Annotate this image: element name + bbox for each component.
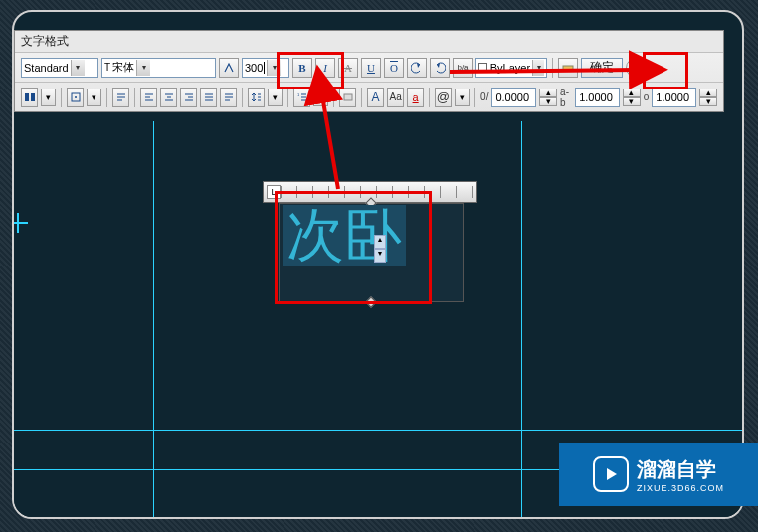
chevron-down-icon: ▾ bbox=[267, 60, 281, 76]
color-value: ByLayer bbox=[490, 62, 530, 74]
panel-title: 文字格式 bbox=[15, 31, 723, 52]
font-value: 宋体 bbox=[112, 60, 134, 75]
column-handles: ▲ ▼ bbox=[374, 235, 386, 263]
redo-button[interactable] bbox=[430, 58, 450, 78]
ruler-ticks bbox=[281, 186, 476, 198]
ruler-icon bbox=[562, 62, 574, 74]
guide-line-v bbox=[153, 121, 154, 517]
line-spacing-icon bbox=[250, 91, 262, 103]
width-factor-value: 1.0000 bbox=[656, 91, 689, 103]
symbol-button[interactable]: @ bbox=[435, 88, 452, 107]
insert-field-button[interactable] bbox=[339, 88, 356, 107]
text-style-dropdown[interactable]: Standard ▾ bbox=[21, 58, 98, 78]
lowercase-button[interactable]: a bbox=[407, 88, 424, 107]
align-right-button[interactable] bbox=[180, 88, 197, 107]
chevron-down-icon: ▾ bbox=[71, 60, 85, 76]
watermark-text: 溜溜自学 ZIXUE.3D66.COM bbox=[637, 456, 724, 493]
undo-icon bbox=[411, 62, 423, 74]
svg-rect-7 bbox=[344, 94, 352, 100]
ok-button[interactable]: 确定 bbox=[581, 58, 623, 78]
arrow-up-icon[interactable]: ▲ bbox=[374, 235, 386, 249]
line-spacing-button[interactable] bbox=[248, 88, 265, 107]
undo-button[interactable] bbox=[407, 58, 427, 78]
oblique-label: 0/ bbox=[480, 91, 488, 102]
resize-handle[interactable] bbox=[365, 296, 376, 307]
bold-button[interactable]: B bbox=[292, 58, 312, 78]
svg-rect-2 bbox=[25, 93, 29, 101]
toolbar-row-1: Standard ▾ T 宋体 ▾ 300 ▾ B I A U O bbox=[15, 52, 723, 82]
text-style-value: Standard bbox=[24, 62, 69, 74]
ruler-button[interactable] bbox=[558, 58, 578, 78]
paragraph-button[interactable] bbox=[112, 88, 129, 107]
numbering-button[interactable]: 1 bbox=[293, 88, 310, 107]
paragraph-icon bbox=[115, 91, 127, 103]
cursor-crosshair-icon bbox=[12, 213, 28, 233]
color-dropdown[interactable]: ByLayer ▾ bbox=[475, 58, 547, 78]
strikethrough-button[interactable]: A bbox=[338, 58, 358, 78]
watermark-badge: 溜溜自学 ZIXUE.3D66.COM bbox=[559, 443, 758, 506]
spinner-down[interactable]: ▾ bbox=[623, 97, 641, 106]
align-justify-icon bbox=[203, 91, 215, 103]
spinner-down[interactable]: ▾ bbox=[699, 97, 717, 106]
dropdown-arrow[interactable]: ▾ bbox=[455, 89, 470, 106]
chevron-down-icon: ▾ bbox=[136, 60, 150, 76]
tracking-value: 1.0000 bbox=[579, 91, 613, 103]
distribute-button[interactable] bbox=[220, 88, 237, 107]
oblique-value: 0.0000 bbox=[495, 91, 529, 103]
spinner-down[interactable]: ▾ bbox=[539, 97, 557, 106]
separator bbox=[361, 88, 362, 107]
underline-button[interactable]: U bbox=[361, 58, 381, 78]
separator bbox=[61, 88, 62, 107]
change-case-button[interactable]: Aa bbox=[387, 88, 404, 107]
align-center-button[interactable] bbox=[160, 88, 177, 107]
annotative-icon bbox=[223, 62, 235, 74]
font-icon: T bbox=[104, 62, 110, 73]
dropdown-arrow[interactable]: ▾ bbox=[87, 89, 101, 106]
stack-icon: b/a bbox=[457, 64, 468, 72]
text-format-panel: 文字格式 Standard ▾ T 宋体 ▾ 300 ▾ B I A bbox=[14, 30, 724, 112]
oblique-angle-input[interactable]: 0.0000 bbox=[491, 88, 536, 107]
svg-rect-3 bbox=[31, 93, 35, 101]
dropdown-arrow[interactable]: ▾ bbox=[313, 89, 328, 106]
watermark-title: 溜溜自学 bbox=[637, 456, 724, 483]
guide-line-h bbox=[14, 430, 742, 431]
guide-line-v bbox=[521, 121, 522, 517]
align-left-icon bbox=[143, 91, 155, 103]
italic-button[interactable]: I bbox=[315, 58, 335, 78]
svg-rect-0 bbox=[563, 66, 573, 71]
font-dropdown[interactable]: T 宋体 ▾ bbox=[101, 58, 216, 78]
width-factor-label: o bbox=[644, 91, 650, 102]
redo-icon bbox=[434, 62, 446, 74]
text-size-input[interactable]: 300 ▾ bbox=[242, 58, 289, 78]
distribute-icon bbox=[223, 91, 235, 103]
tracking-input[interactable]: 1.0000 bbox=[575, 88, 620, 107]
mtext-content[interactable]: 次卧 bbox=[283, 205, 406, 266]
align-left-button[interactable] bbox=[140, 88, 157, 107]
justify-button[interactable] bbox=[67, 88, 84, 107]
annotative-button[interactable] bbox=[219, 58, 239, 78]
arrow-down-icon[interactable]: ▼ bbox=[374, 249, 386, 263]
text-cursor-icon bbox=[264, 62, 265, 74]
toolbar-row-2: ▾ ▾ ▾ 1 ▾ A Aa a @ ▾ bbox=[15, 82, 723, 111]
columns-icon bbox=[24, 91, 36, 103]
dropdown-arrow[interactable]: ▾ bbox=[41, 89, 56, 106]
align-justify-button[interactable] bbox=[200, 88, 217, 107]
case-icon: Aa bbox=[389, 91, 401, 102]
chevron-down-icon: ▾ bbox=[532, 60, 544, 76]
watermark-url: ZIXUE.3D66.COM bbox=[637, 483, 724, 493]
ok-label: 确定 bbox=[590, 59, 614, 76]
align-center-icon bbox=[163, 91, 175, 103]
text-size-value: 300 bbox=[245, 62, 263, 74]
uppercase-button[interactable]: A bbox=[367, 88, 384, 107]
columns-button[interactable] bbox=[21, 88, 38, 107]
overline-button[interactable]: O bbox=[384, 58, 404, 78]
separator bbox=[242, 88, 243, 107]
tab-stop-button[interactable]: L bbox=[267, 185, 281, 199]
stack-button[interactable]: b/a bbox=[453, 58, 473, 78]
width-factor-input[interactable]: 1.0000 bbox=[652, 88, 696, 107]
separator bbox=[134, 88, 135, 107]
field-icon bbox=[342, 91, 354, 103]
dropdown-arrow[interactable]: ▾ bbox=[268, 89, 283, 106]
separator bbox=[287, 88, 288, 107]
options-button[interactable] bbox=[626, 58, 646, 78]
